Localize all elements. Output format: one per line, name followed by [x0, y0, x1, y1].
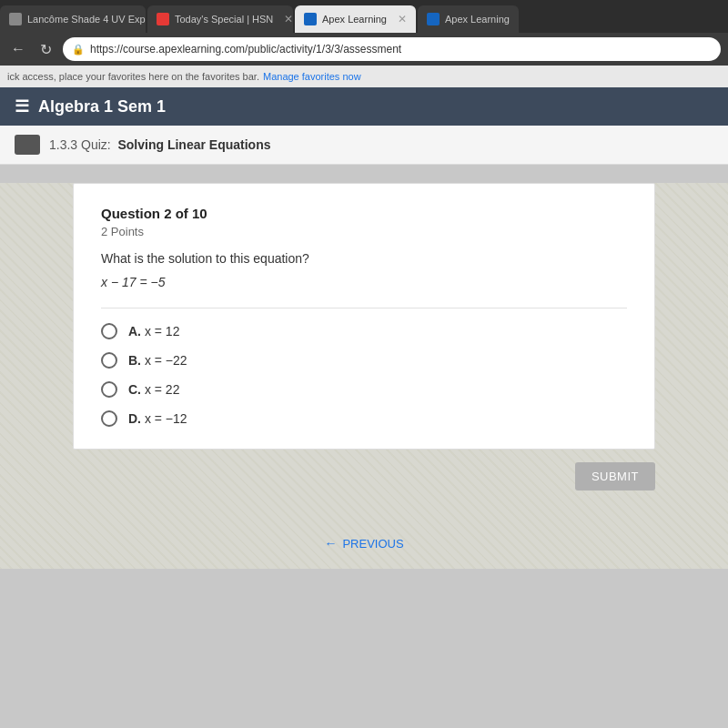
quiz-number: 1.3.3 Quiz: [49, 137, 111, 152]
address-bar[interactable]: 🔒 https://course.apexlearning.com/public… [63, 37, 721, 61]
prev-arrow-icon: ← [324, 536, 337, 551]
favorites-bar-text: ick access, place your favorites here on… [7, 71, 259, 82]
option-a-label: A. x = 12 [128, 324, 179, 339]
question-prompt: What is the solution to this equation? [101, 251, 627, 266]
tab-3-favicon [304, 13, 317, 25]
course-header: ☰ Algebra 1 Sem 1 [0, 87, 728, 126]
previous-link[interactable]: ← PREVIOUS [324, 536, 403, 551]
hamburger-icon[interactable]: ☰ [15, 96, 29, 116]
tab-bar: Lancôme Shade 4 UV Expert Min ✕ Today's … [0, 0, 728, 33]
option-b-label: B. x = −22 [128, 353, 187, 368]
lock-icon: 🔒 [72, 44, 85, 56]
tab-3-close[interactable]: ✕ [398, 13, 407, 25]
tab-1-label: Lancôme Shade 4 UV Expert Min [27, 14, 146, 25]
quiz-title: Solving Linear Equations [117, 137, 270, 152]
previous-label: PREVIOUS [342, 537, 403, 551]
tab-2-favicon [157, 13, 169, 25]
radio-b[interactable] [101, 352, 117, 369]
tab-3[interactable]: Apex Learning ✕ [295, 5, 416, 33]
answer-options: A. x = 12 B. x = −22 C. x = 22 D. x = −1… [101, 323, 627, 427]
tab-2[interactable]: Today's Special | HSN ✕ [147, 5, 293, 33]
tab-4[interactable]: Apex Learning [418, 5, 519, 33]
main-content: Question 2 of 10 2 Points What is the so… [0, 183, 728, 569]
submit-button[interactable]: SUBMIT [575, 462, 655, 490]
tab-3-label: Apex Learning [322, 14, 387, 25]
url-text: https://course.apexlearning.com/public/a… [90, 43, 401, 56]
tab-1[interactable]: Lancôme Shade 4 UV Expert Min ✕ [0, 5, 146, 33]
quiz-header: 1.3.3 Quiz: Solving Linear Equations [0, 126, 728, 165]
divider [101, 308, 627, 308]
option-c[interactable]: C. x = 22 [101, 381, 627, 398]
question-panel: Question 2 of 10 2 Points What is the so… [73, 183, 655, 450]
browser-chrome: Lancôme Shade 4 UV Expert Min ✕ Today's … [0, 0, 728, 87]
briefcase-icon [15, 135, 40, 155]
tab-1-favicon [9, 13, 22, 25]
radio-a[interactable] [101, 323, 117, 339]
back-button[interactable]: ← [7, 39, 29, 59]
option-a[interactable]: A. x = 12 [101, 323, 627, 339]
refresh-button[interactable]: ↻ [36, 39, 56, 60]
nav-footer: ← PREVIOUS [0, 518, 728, 569]
tab-2-label: Today's Special | HSN [175, 14, 273, 25]
option-d-label: D. x = −12 [128, 411, 187, 426]
option-c-label: C. x = 22 [128, 382, 179, 397]
address-bar-row: ← ↻ 🔒 https://course.apexlearning.com/pu… [0, 33, 728, 66]
option-d[interactable]: D. x = −12 [101, 410, 627, 427]
option-b[interactable]: B. x = −22 [101, 352, 627, 369]
tab-4-favicon [427, 13, 440, 25]
question-number: Question 2 of 10 [101, 206, 627, 221]
radio-d[interactable] [101, 410, 117, 427]
manage-favorites-link[interactable]: Manage favorites now [263, 71, 361, 82]
submit-area: SUBMIT [73, 462, 655, 490]
course-title: Algebra 1 Sem 1 [38, 97, 166, 116]
tab-2-close[interactable]: ✕ [284, 13, 293, 25]
quiz-label: 1.3.3 Quiz: Solving Linear Equations [49, 137, 271, 152]
favorites-bar: ick access, place your favorites here on… [0, 66, 728, 87]
question-points: 2 Points [101, 225, 627, 238]
equation: x − 17 = −5 [101, 275, 627, 289]
radio-c[interactable] [101, 381, 117, 398]
tab-4-label: Apex Learning [445, 14, 510, 25]
